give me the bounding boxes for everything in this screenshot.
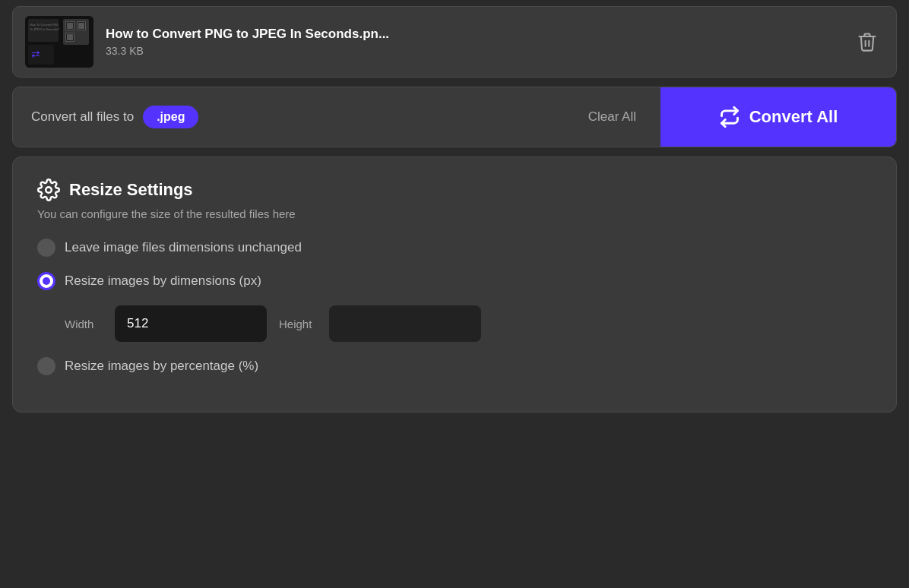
convert-bar-left: Convert all files to .jpeg — [13, 106, 564, 128]
radio-option-unchanged[interactable]: Leave image files dimensions unchanged — [37, 239, 872, 257]
format-badge[interactable]: .jpeg — [143, 106, 198, 128]
radio-option-percentage[interactable]: Resize images by percentage (%) — [37, 357, 872, 375]
dimension-row: Width Height — [65, 305, 872, 342]
convert-label: Convert all files to — [31, 109, 134, 125]
svg-text:⇄: ⇄ — [31, 48, 40, 60]
file-name: How to Convert PNG to JPEG In Seconds.pn… — [106, 27, 850, 42]
radio-unchanged — [37, 239, 55, 257]
svg-rect-13 — [67, 34, 73, 40]
convert-all-button[interactable]: Convert All — [660, 87, 896, 147]
resize-title: Resize Settings — [69, 180, 193, 200]
resize-title-row: Resize Settings — [37, 179, 872, 201]
resize-subtitle: You can configure the size of the result… — [37, 207, 872, 220]
resize-settings-card: Resize Settings You can configure the si… — [12, 156, 897, 413]
convert-bar: Convert all files to .jpeg Clear All Con… — [12, 87, 897, 147]
radio-dimensions — [37, 272, 55, 290]
file-size: 33.3 KB — [106, 45, 850, 57]
delete-button[interactable] — [850, 25, 884, 58]
radio-percentage — [37, 357, 55, 375]
convert-icon — [719, 106, 740, 128]
radio-unchanged-label: Leave image files dimensions unchanged — [65, 240, 302, 255]
convert-all-label: Convert All — [749, 107, 838, 127]
file-info: How to Convert PNG to JPEG In Seconds.pn… — [93, 27, 850, 57]
file-thumbnail: How To Convert PNG To JPEG In Seconds? ⇄ — [25, 16, 93, 68]
radio-dimensions-label: Resize images by dimensions (px) — [65, 273, 261, 289]
svg-text:How To Convert PNG: How To Convert PNG — [30, 23, 59, 27]
radio-option-dimensions[interactable]: Resize images by dimensions (px) — [37, 272, 872, 290]
radio-percentage-label: Resize images by percentage (%) — [65, 359, 258, 374]
width-input[interactable] — [115, 305, 267, 342]
height-input[interactable] — [329, 305, 481, 342]
svg-point-16 — [46, 187, 52, 193]
trash-icon — [857, 31, 878, 52]
svg-rect-10 — [78, 23, 84, 29]
gear-icon — [37, 179, 60, 201]
clear-all-button[interactable]: Clear All — [564, 109, 660, 125]
svg-rect-7 — [67, 23, 73, 29]
file-item: How To Convert PNG To JPEG In Seconds? ⇄… — [12, 6, 897, 77]
height-label: Height — [279, 318, 317, 330]
svg-text:To JPEG In Seconds?: To JPEG In Seconds? — [30, 27, 60, 31]
width-label: Width — [65, 318, 103, 330]
